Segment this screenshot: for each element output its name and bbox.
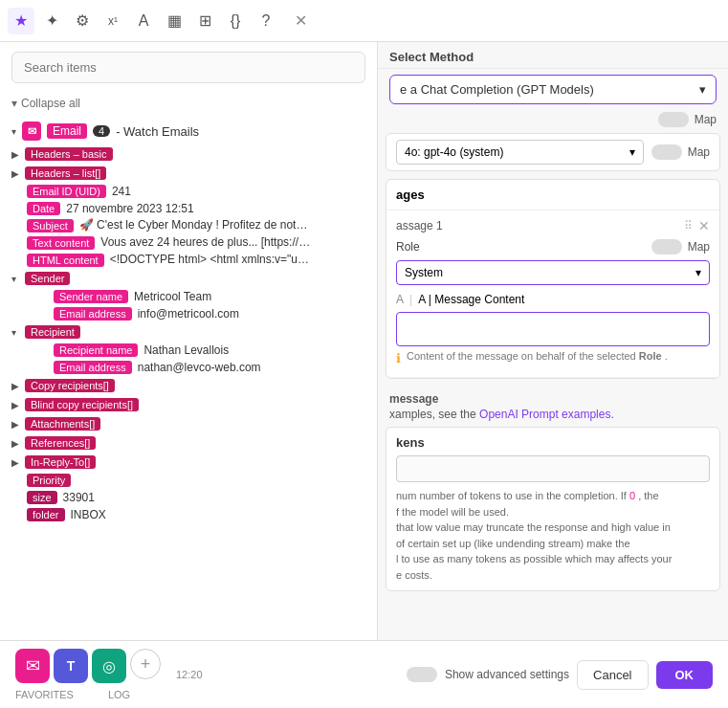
- role-label: Role: [396, 240, 420, 254]
- dropdown-arrow: ▾: [629, 145, 635, 159]
- sender-row[interactable]: ▾ Sender: [8, 269, 369, 288]
- method-dropdown-row: e a Chat Completion (GPT Models) ▾: [378, 69, 728, 110]
- expand-arrow[interactable]: ▶: [11, 149, 21, 160]
- email-header-row[interactable]: ▾ ✉ Email 4 - Watch Emails: [8, 118, 369, 144]
- advanced-settings-toggle[interactable]: [407, 667, 437, 682]
- priority-row: Priority: [8, 472, 369, 489]
- code-icon[interactable]: {}: [222, 8, 249, 34]
- email-expand-arrow[interactable]: ▾: [11, 126, 16, 137]
- references-row[interactable]: ▶ References[]: [8, 433, 369, 453]
- bottom-labels: FAVORITES LOG: [15, 689, 130, 700]
- expand-arrow[interactable]: ▾: [11, 327, 21, 338]
- timestamp: 12:20: [176, 669, 203, 680]
- superscript-icon[interactable]: x¹: [99, 8, 126, 34]
- message-item: assage 1 ⠿ ✕ Role Map: [386, 210, 719, 378]
- star-icon[interactable]: ★: [8, 8, 34, 34]
- expand-arrow[interactable]: ▶: [11, 438, 21, 449]
- messages-section: ages assage 1 ⠿ ✕: [386, 179, 720, 379]
- gear-icon[interactable]: ⚙: [69, 8, 96, 34]
- copy-recipients-row[interactable]: ▶ Copy recipients[]: [8, 376, 369, 395]
- table-icon[interactable]: ⊞: [191, 8, 218, 34]
- font-icon[interactable]: A: [130, 8, 157, 34]
- references-tag: References[]: [25, 436, 96, 450]
- hint-row: ℹ Content of the message on behalf of th…: [396, 346, 710, 369]
- html-content-value: <!DOCTYPE html> <html xmlns:v="urn:schem…: [110, 253, 311, 266]
- sender-email-value: info@metricool.com: [138, 307, 239, 321]
- sender-email-tag: Email address: [54, 307, 132, 321]
- model-section: 4o: gpt-4o (system) ▾ Map: [386, 133, 720, 171]
- prompt-section: message xamples, see the OpenAI Prompt e…: [378, 387, 728, 427]
- openai-icon[interactable]: ◎: [92, 649, 126, 683]
- tokens-section: kens num number of tokens to use in the …: [386, 427, 720, 591]
- blind-copy-tag: Blind copy recipients[]: [25, 398, 139, 411]
- folder-tag: folder: [27, 508, 65, 521]
- subject-row: Subject 🚀 C'est le Cyber Monday ! Profit…: [8, 217, 369, 234]
- close-icon[interactable]: ✕: [287, 8, 314, 34]
- bottom-left: ✉ T ◎ + FAVORITES LOG 12:20: [15, 649, 203, 700]
- html-content-tag: HTML content: [27, 254, 104, 267]
- attachments-row[interactable]: ▶ Attachments[]: [8, 414, 369, 433]
- size-value: 33901: [63, 491, 95, 504]
- log-label: LOG: [108, 689, 130, 700]
- role-map-row: Map: [651, 239, 710, 254]
- role-dropdown[interactable]: System ▾: [396, 260, 710, 285]
- sparkle-icon[interactable]: ✦: [38, 8, 65, 34]
- search-input[interactable]: [11, 52, 365, 83]
- teams-icon[interactable]: T: [54, 649, 88, 683]
- recipient-row[interactable]: ▾ Recipient: [8, 322, 369, 342]
- headers-basic-row[interactable]: ▶ Headers – basic: [8, 144, 369, 164]
- map-toggle[interactable]: [658, 112, 689, 127]
- advanced-settings-row: Show advanced settings: [407, 667, 569, 682]
- blind-copy-row[interactable]: ▶ Blind copy recipients[]: [8, 395, 369, 414]
- content-a-label: A: [396, 293, 404, 306]
- drag-handle[interactable]: ⠿: [684, 219, 693, 232]
- role-row: Role Map: [396, 239, 710, 254]
- model-map-toggle[interactable]: [651, 144, 682, 160]
- headers-list-row[interactable]: ▶ Headers – list[]: [8, 164, 369, 183]
- mail-icon[interactable]: ✉: [15, 649, 50, 683]
- favorites-label: FAVORITES: [15, 689, 74, 700]
- tree-container: ▾ ✉ Email 4 - Watch Emails ▶ Headers – b…: [0, 118, 377, 640]
- messages-label: ages: [396, 188, 425, 202]
- model-map-label: Map: [688, 145, 710, 159]
- date-value: 27 novembre 2023 12:51: [66, 202, 193, 215]
- tokens-label: kens: [396, 435, 710, 450]
- ok-button[interactable]: OK: [656, 661, 714, 689]
- calendar-icon[interactable]: ▦: [161, 8, 188, 34]
- folder-row: folder INBOX: [8, 506, 369, 523]
- role-map-toggle[interactable]: [651, 239, 682, 254]
- question-icon[interactable]: ?: [253, 8, 279, 34]
- subject-tag: Subject: [27, 219, 74, 232]
- expand-arrow[interactable]: ▶: [11, 168, 21, 179]
- sender-name-value: Metricool Team: [134, 290, 211, 303]
- expand-arrow[interactable]: ▶: [11, 381, 21, 391]
- email-id-tag: Email ID (UID): [27, 185, 106, 198]
- add-icon[interactable]: +: [130, 649, 161, 679]
- html-content-row: HTML content <!DOCTYPE html> <html xmlns…: [8, 252, 369, 269]
- email-suffix: - Watch Emails: [116, 124, 199, 139]
- collapse-all-button[interactable]: ▾ Collapse all: [0, 93, 377, 118]
- expand-arrow[interactable]: ▶: [11, 419, 21, 430]
- headers-list-tag: Headers – list[]: [25, 166, 106, 180]
- role-map-label: Map: [688, 240, 710, 254]
- recipient-email-value: nathan@levco-web.com: [138, 361, 261, 374]
- role-value: System: [405, 266, 443, 279]
- message-content-input[interactable]: [396, 312, 710, 346]
- message-close-button[interactable]: ✕: [698, 218, 710, 233]
- hint-text: Content of the message on behalf of the …: [407, 350, 668, 362]
- expand-arrow[interactable]: ▾: [11, 274, 21, 284]
- main-layout: ▾ Collapse all ▾ ✉ Email 4 - Watch Email…: [0, 42, 728, 640]
- recipient-name-row: Recipient name Nathan Levallois: [8, 342, 369, 359]
- tokens-input[interactable]: [396, 455, 710, 482]
- dropdown-arrow: ▾: [699, 82, 706, 97]
- expand-arrow[interactable]: ▶: [11, 457, 21, 468]
- in-reply-to-row[interactable]: ▶ In-Reply-To[]: [8, 453, 369, 472]
- method-dropdown[interactable]: e a Chat Completion (GPT Models) ▾: [389, 75, 717, 104]
- cancel-button[interactable]: Cancel: [577, 660, 648, 690]
- copy-recipients-tag: Copy recipients[]: [25, 379, 115, 392]
- model-dropdown[interactable]: 4o: gpt-4o (system) ▾: [396, 140, 644, 165]
- size-tag: size: [27, 491, 57, 504]
- openai-examples-link[interactable]: OpenAI Prompt examples.: [479, 408, 614, 421]
- expand-arrow[interactable]: ▶: [11, 400, 21, 410]
- hint-icon: ℹ: [396, 351, 401, 365]
